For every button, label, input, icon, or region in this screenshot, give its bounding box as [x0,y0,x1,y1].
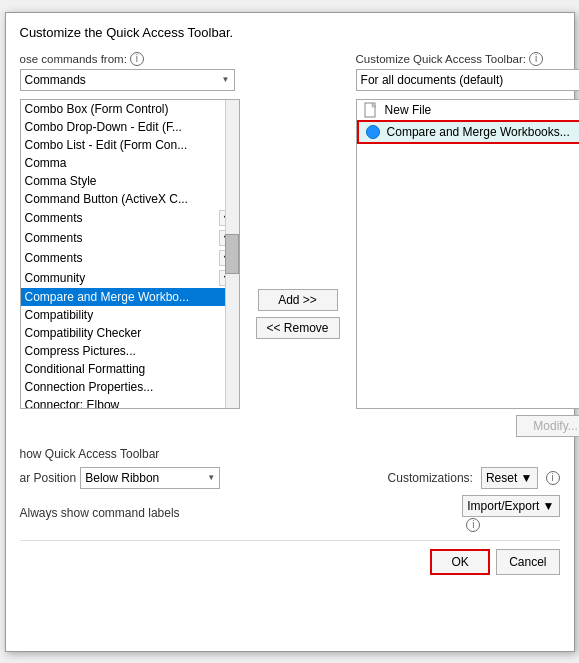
position-label: ar Position [20,471,77,485]
import-export-area: Import/Export ▼ i [462,495,559,532]
position-dropdown[interactable]: Below Ribbon ▼ [80,467,220,489]
bottom-area: how Quick Access Toolbar ar Position Bel… [20,447,560,532]
middle-buttons: Add >> << Remove [250,192,346,437]
commands-dropdown-row: Commands ▼ [20,69,240,91]
commands-dropdown[interactable]: Commands ▼ [20,69,235,91]
list-item[interactable]: Compatibility Checker [21,324,239,342]
circle-icon [365,124,381,140]
list-item[interactable]: Combo List - Edit (Form Con... [21,136,239,154]
ok-cancel-row: OK Cancel [20,540,560,575]
modify-button[interactable]: Modify... [516,415,579,437]
always-show-label: Always show command labels [20,506,180,520]
customize-dialog: Customize the Quick Access Toolbar. ose … [5,12,575,652]
list-item[interactable]: Command Button (ActiveX C... [21,190,239,208]
list-item[interactable]: Connector: Elbow [21,396,239,409]
position-dropdown-arrow: ▼ [207,473,215,482]
right-list-item-new-file[interactable]: New File [357,100,579,120]
add-button[interactable]: Add >> [258,289,338,311]
list-item[interactable]: Comma [21,154,239,172]
list-item[interactable]: Comments▼ [21,208,239,228]
ok-button[interactable]: OK [430,549,490,575]
list-item[interactable]: Comments▼ [21,248,239,268]
commands-from-label: ose commands from: i [20,52,240,66]
reset-dropdown[interactable]: Reset ▼ [481,467,538,489]
list-item[interactable]: Comments▼ [21,228,239,248]
list-item[interactable]: Compatibility▶ [21,306,239,324]
customize-toolbar-label: Customize Quick Access Toolbar: i [356,52,579,66]
new-file-icon [363,102,379,118]
import-export-dropdown[interactable]: Import/Export ▼ [462,495,559,517]
list-item[interactable]: Connection Properties... [21,378,239,396]
list-item[interactable]: Combo Box (Form Control) [21,100,239,118]
list-item[interactable]: Comma Style [21,172,239,190]
show-toolbar-label: how Quick Access Toolbar [20,447,160,461]
info-icon-right[interactable]: i [529,52,543,66]
list-item[interactable]: Compress Pictures... [21,342,239,360]
position-row: ar Position Below Ribbon ▼ Customization… [20,467,560,489]
dialog-title: Customize the Quick Access Toolbar. [20,25,560,40]
info-icon-left[interactable]: i [130,52,144,66]
left-panel: ose commands from: i Commands ▼ Combo Bo… [20,52,240,437]
info-icon-customizations[interactable]: i [546,471,560,485]
cancel-button[interactable]: Cancel [496,549,559,575]
documents-dropdown[interactable]: For all documents (default) ▼ [356,69,579,91]
list-item[interactable]: Combo Drop-Down - Edit (F... [21,118,239,136]
right-list-item-compare[interactable]: Compare and Merge Workbooks... [357,120,579,144]
commands-list[interactable]: Combo Box (Form Control)Combo Drop-Down … [20,99,240,409]
list-item[interactable]: Community▼ [21,268,239,288]
toolbar-items-list[interactable]: New File Compare and Merge Workbooks... [356,99,579,409]
list-scrollbar[interactable] [225,100,239,408]
always-show-row: Always show command labels Import/Export… [20,495,560,532]
show-toolbar-row: how Quick Access Toolbar [20,447,560,461]
list-item[interactable]: Conditional Formatting▶ [21,360,239,378]
right-panel: Customize Quick Access Toolbar: i For al… [356,52,579,437]
dropdown-arrow-left: ▼ [222,75,230,84]
list-item[interactable]: Compare and Merge Workbo... [21,288,239,306]
customizations-label: Customizations: [388,471,473,485]
documents-dropdown-row: For all documents (default) ▼ [356,69,579,91]
remove-button[interactable]: << Remove [256,317,340,339]
customizations-row: Customizations: Reset ▼ i [388,467,560,489]
info-icon-import-export[interactable]: i [466,518,480,532]
